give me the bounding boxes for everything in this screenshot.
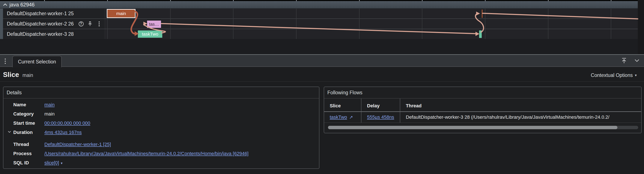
detail-row-start-time: Start time 00:00:00.000 000 000: [4, 118, 319, 128]
flow-slice-link[interactable]: taskTwo: [330, 114, 347, 120]
column-header-slice: Slice: [324, 98, 361, 112]
detail-label: Category: [13, 111, 44, 117]
process-group-label: java 62946: [10, 2, 34, 8]
duration-link[interactable]: 4ms 432µs 167ns: [44, 130, 82, 135]
category-value: main: [44, 111, 55, 117]
gridline: [359, 8, 360, 39]
help-icon[interactable]: ?: [78, 21, 84, 26]
track-label-text: DefaultDispatcher-worker-1 25: [7, 11, 74, 16]
duration-expand-chevron-icon[interactable]: [8, 131, 11, 133]
gridline: [611, 8, 611, 39]
tab-current-selection[interactable]: Current Selection: [12, 56, 62, 67]
detail-row-category: Category main: [4, 109, 319, 118]
following-flows-panel: Following Flows Slice Delay Thread taskT…: [324, 86, 642, 133]
gridline: [485, 8, 485, 39]
dropdown-caret-icon: ▾: [635, 73, 637, 78]
flow-delay-link[interactable]: 555µs 458ns: [367, 114, 394, 120]
external-link-arrow-icon[interactable]: ↗: [349, 115, 353, 120]
tab-strip: Current Selection: [0, 55, 644, 67]
slice-task-one[interactable]: tas…: [147, 20, 161, 28]
slice-task-two-continuation[interactable]: [479, 30, 482, 38]
following-flows-title: Following Flows: [324, 87, 641, 98]
tab-label: Current Selection: [18, 59, 56, 65]
track-buttons: ?: [78, 19, 102, 29]
track-lane-worker-2[interactable]: [105, 19, 638, 29]
track-menu-kebab-icon[interactable]: [96, 21, 102, 26]
track-row-worker-3: DefaultDispatcher-worker-3 28: [3, 29, 638, 39]
pin-icon[interactable]: [87, 21, 93, 26]
detail-label: Start time: [13, 120, 44, 126]
track-lane-worker-3[interactable]: [105, 29, 638, 39]
gridline: [296, 8, 296, 39]
gridline: [233, 8, 234, 39]
flow-row-delay-cell: 555µs 458ns: [361, 112, 400, 123]
detail-row-sql-id: SQL ID slice[0]▾: [4, 158, 319, 167]
slice-main-selected[interactable]: main: [107, 9, 136, 18]
track-label-text: DefaultDispatcher-worker-3 28: [7, 31, 74, 37]
detail-label: Name: [13, 102, 44, 108]
collapse-panel-chevron-icon[interactable]: [633, 57, 640, 64]
detail-row-name: Name main: [4, 100, 319, 109]
detail-row-process: Process /Users/rahulrav/Library/Java/Jav…: [4, 149, 319, 158]
tab-strip-actions: [620, 57, 640, 64]
track-label-text: DefaultDispatcher-worker-2 26: [7, 21, 74, 27]
timeline-empty-area: [0, 39, 638, 54]
track-rows: DefaultDispatcher-worker-1 25 DefaultDis…: [3, 8, 638, 39]
flow-row-slice-cell: taskTwo ↗: [324, 112, 361, 123]
selection-heading: Slice main: [3, 71, 33, 81]
collapse-caret-icon[interactable]: [3, 3, 7, 6]
slice-label: main: [116, 11, 126, 16]
gridline: [170, 8, 171, 39]
contextual-options-label: Contextual Options: [591, 72, 633, 78]
thread-link[interactable]: DefaultDispatcher-worker-1 [25]: [44, 142, 111, 147]
track-row-worker-1: DefaultDispatcher-worker-1 25: [3, 8, 638, 18]
track-label-worker-3[interactable]: DefaultDispatcher-worker-3 28: [3, 29, 105, 39]
detail-label: Thread: [13, 142, 44, 147]
slice-task-two[interactable]: taskTwo: [138, 30, 162, 38]
track-row-worker-2: DefaultDispatcher-worker-2 26 ?: [3, 19, 638, 29]
sql-id-link[interactable]: slice[0]▾: [44, 160, 62, 166]
track-label-worker-2[interactable]: DefaultDispatcher-worker-2 26 ?: [3, 19, 105, 29]
track-lane-worker-1[interactable]: [105, 8, 638, 18]
details-panel: Details Name main Category main Start ti…: [3, 86, 320, 169]
process-group-header[interactable]: java 62946: [0, 1, 638, 8]
name-link[interactable]: main: [44, 102, 55, 108]
details-rows: Name main Category main Start time 00:00…: [4, 98, 319, 167]
sql-id-caret-icon: ▾: [61, 161, 62, 165]
flow-row-thread-cell: DefaultDispatcher-worker-3 28 (/Users/ra…: [400, 112, 641, 123]
slice-label: taskTwo: [142, 32, 158, 37]
flows-horizontal-scrollbar[interactable]: [328, 126, 638, 129]
heading-divider: [0, 82, 644, 82]
contextual-options-dropdown[interactable]: Contextual Options ▾: [591, 72, 637, 78]
slice-label: tas…: [149, 22, 159, 27]
gridline: [548, 8, 548, 39]
track-label-worker-1[interactable]: DefaultDispatcher-worker-1 25: [3, 8, 105, 18]
detail-label: SQL ID: [13, 160, 44, 166]
process-link[interactable]: /Users/rahulrav/Library/Java/JavaVirtual…: [44, 151, 248, 156]
column-header-thread: Thread: [400, 98, 641, 112]
timeline-area: java 62946 DefaultDispatcher-worker-1 25…: [0, 0, 644, 54]
detail-label: Duration: [13, 130, 44, 135]
selection-panel: Slice main Contextual Options ▾ Details …: [0, 67, 644, 174]
perfetto-trace-viewer: java 62946 DefaultDispatcher-worker-1 25…: [0, 0, 644, 174]
slice-main-continuation[interactable]: [482, 10, 482, 18]
start-time-link[interactable]: 00:00:00.000 000 000: [44, 120, 90, 126]
group-indent-strip: [0, 8, 3, 39]
selection-name: main: [22, 72, 33, 78]
timeline-scroll-gutter[interactable]: [638, 0, 644, 54]
column-header-delay: Delay: [361, 98, 400, 112]
selection-kind: Slice: [3, 71, 19, 79]
gridline: [422, 8, 422, 39]
expand-panel-icon[interactable]: [620, 57, 628, 64]
flows-scrollbar-thumb[interactable]: [328, 126, 618, 129]
flows-table: Slice Delay Thread taskTwo ↗ 555µs 458ns…: [324, 98, 641, 123]
detail-row-duration: Duration 4ms 432µs 167ns: [4, 128, 319, 137]
details-title: Details: [4, 87, 319, 98]
tab-strip-menu-kebab-icon[interactable]: [2, 58, 8, 64]
detail-label: Process: [13, 151, 44, 156]
detail-row-thread: Thread DefaultDispatcher-worker-1 [25]: [4, 140, 319, 149]
